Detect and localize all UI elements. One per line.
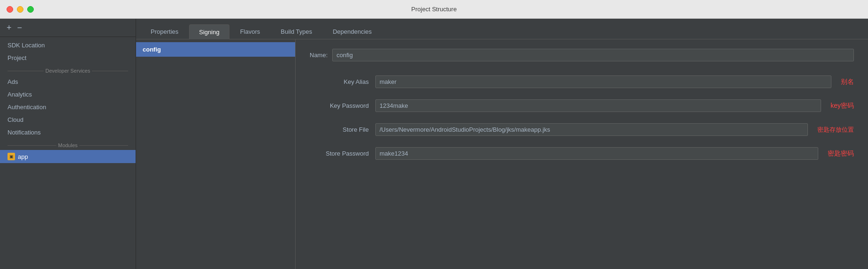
key-password-label: Key Password <box>310 102 375 109</box>
key-password-annotation: key密码 <box>830 102 854 110</box>
sidebar: + − SDK Location Project Developer Servi… <box>0 19 136 269</box>
panel-area: config Name: Key Alias 别名 Key Pa <box>136 39 868 269</box>
name-row: Name: <box>310 49 854 61</box>
store-file-annotation: 密匙存放位置 <box>817 126 854 134</box>
key-alias-label: Key Alias <box>310 78 375 85</box>
form-area: Name: Key Alias 别名 Key Password key密码 <box>296 39 868 269</box>
store-password-label: Store Password <box>310 150 375 157</box>
main-container: + − SDK Location Project Developer Servi… <box>0 19 868 269</box>
key-alias-annotation: 别名 <box>841 78 854 86</box>
sidebar-item-cloud[interactable]: Cloud <box>0 113 136 126</box>
sidebar-item-sdk-location[interactable]: SDK Location <box>0 39 136 52</box>
tab-build-types[interactable]: Build Types <box>271 24 322 39</box>
store-password-annotation: 密匙密码 <box>828 149 854 158</box>
key-password-input[interactable] <box>375 99 821 112</box>
sidebar-item-notifications[interactable]: Notifications <box>0 126 136 139</box>
remove-button[interactable]: − <box>17 23 23 32</box>
store-password-row: Store Password 密匙密码 <box>310 147 854 160</box>
store-password-input[interactable] <box>375 147 818 160</box>
sidebar-item-project[interactable]: Project <box>0 52 136 64</box>
developer-services-header: Developer Services <box>0 64 136 75</box>
sidebar-toolbar: + − <box>0 19 136 37</box>
tab-properties[interactable]: Properties <box>141 24 188 39</box>
window-controls <box>7 6 34 13</box>
module-icon: ▣ <box>8 153 15 160</box>
close-button[interactable] <box>7 6 13 13</box>
name-input[interactable] <box>332 49 854 61</box>
key-alias-row: Key Alias 别名 <box>310 75 854 88</box>
content-area: Properties Signing Flavors Build Types D… <box>136 19 868 269</box>
title-bar: Project Structure <box>0 0 868 19</box>
modules-header: Modules <box>0 139 136 150</box>
sidebar-item-authentication[interactable]: Authentication <box>0 101 136 113</box>
key-password-row: Key Password key密码 <box>310 99 854 112</box>
window-title: Project Structure <box>411 6 457 13</box>
store-file-label: Store File <box>310 126 375 133</box>
tab-bar: Properties Signing Flavors Build Types D… <box>136 19 868 39</box>
tab-flavors[interactable]: Flavors <box>230 24 270 39</box>
store-file-input[interactable] <box>375 123 808 136</box>
add-button[interactable]: + <box>7 23 12 32</box>
name-label: Name: <box>310 52 327 59</box>
store-file-row: Store File 密匙存放位置 <box>310 123 854 136</box>
sidebar-item-ads[interactable]: Ads <box>0 75 136 88</box>
sidebar-item-analytics[interactable]: Analytics <box>0 88 136 101</box>
key-alias-input[interactable] <box>375 75 831 88</box>
config-list: config <box>136 39 296 269</box>
config-list-item[interactable]: config <box>136 42 295 57</box>
sidebar-items: SDK Location Project Developer Services … <box>0 37 136 269</box>
minimize-button[interactable] <box>17 6 23 13</box>
tab-signing[interactable]: Signing <box>189 24 229 39</box>
tab-dependencies[interactable]: Dependencies <box>323 24 381 39</box>
maximize-button[interactable] <box>27 6 34 13</box>
sidebar-item-app[interactable]: ▣ app <box>0 150 136 163</box>
